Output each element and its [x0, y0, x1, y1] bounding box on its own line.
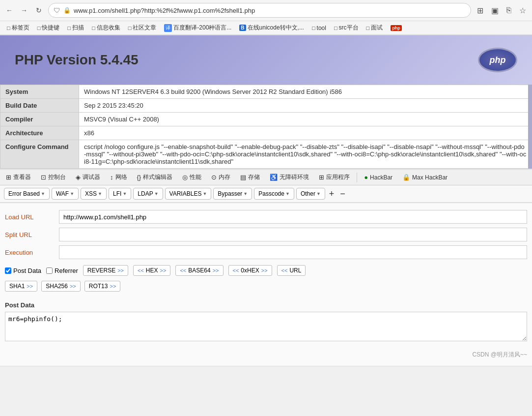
postdata-textarea[interactable]: mr6=phpinfo();: [5, 312, 527, 341]
devtools-performance-label: 性能: [190, 173, 201, 181]
chevron-down-icon-7: ▼: [285, 191, 290, 196]
screenshot-icon[interactable]: ▣: [489, 5, 501, 16]
devtools-performance[interactable]: ◎ 性能: [179, 172, 204, 183]
hb-dropdown-0[interactable]: Error Based ▼: [4, 188, 50, 200]
copy-icon[interactable]: ⎘: [504, 5, 513, 16]
bookmark-jiasu[interactable]: php: [388, 24, 405, 32]
devtools-viewer[interactable]: ⊞ 查看器: [3, 172, 34, 183]
bookmark-label: 社区文章: [133, 24, 156, 32]
hb-dropdown-1[interactable]: WAF ▼: [52, 188, 79, 200]
hb-dropdown-label-7: Passcode: [258, 190, 284, 197]
address-bar: 🛡 🔒: [48, 3, 471, 18]
url-encode-btn[interactable]: << URL: [277, 265, 306, 276]
load-url-input[interactable]: [59, 210, 527, 224]
refresh-button[interactable]: ↻: [33, 5, 44, 16]
hb-dropdown-4[interactable]: LDAP ▼: [133, 188, 163, 200]
devtools-memory-label: 内存: [219, 173, 230, 181]
hb-dropdown-6[interactable]: Bypasser ▼: [213, 188, 252, 200]
bookmark-icon-src: □: [334, 25, 337, 31]
extensions-icon[interactable]: ⊞: [475, 5, 485, 16]
base64-encode-btn[interactable]: << BASE64 >>: [175, 265, 223, 276]
hb-dropdown-3[interactable]: LFI ▼: [109, 188, 131, 200]
table-label: Build Date: [0, 99, 79, 113]
bookmark-saomiao[interactable]: □ 扫描: [64, 23, 87, 33]
sha1-btn[interactable]: SHA1 >>: [5, 281, 37, 292]
bookmark-label: 百度翻译-200种语言...: [173, 24, 231, 32]
bookmark-mianshi[interactable]: □ 面试: [364, 23, 386, 33]
bookmark-icon-biaoqianye: □: [7, 25, 10, 31]
sha256-btn[interactable]: SHA256 >>: [41, 281, 81, 292]
bookmark-kuaijiejian[interactable]: □ 快捷键: [34, 23, 63, 33]
hackbar-options: Post Data Referrer REVERSE >> << HEX >> …: [0, 261, 532, 280]
bookmark-icon-tool: □: [312, 25, 315, 31]
bookmark-unicode[interactable]: B 在线unicode转中文,...: [236, 23, 307, 33]
referrer-checkbox-label[interactable]: Referrer: [46, 267, 78, 274]
table-row: Architecture x86: [0, 126, 532, 140]
post-data-checkbox-label[interactable]: Post Data: [5, 267, 41, 274]
hb-dropdown-label-6: Bypasser: [218, 190, 242, 197]
hb-dropdown-5[interactable]: VARIABLES ▼: [165, 188, 212, 200]
php-logo: php: [478, 48, 517, 72]
bookmark-shequ[interactable]: □ 社区文章: [125, 23, 160, 33]
back-button[interactable]: ←: [4, 5, 15, 16]
bookmark-icon[interactable]: ☆: [517, 5, 528, 16]
reverse-encode-btn[interactable]: REVERSE >>: [83, 265, 128, 276]
scroll-indicator[interactable]: [528, 85, 532, 169]
add-button[interactable]: +: [327, 189, 336, 199]
bookmark-baidu[interactable]: 译 百度翻译-200种语言...: [161, 23, 234, 33]
hb-dropdown-label-2: XSS: [85, 190, 97, 197]
bookmark-label: 扫描: [72, 24, 84, 32]
watermark: CSDN @明月清风~~: [0, 349, 532, 361]
bookmark-icon-mianshi: □: [366, 25, 370, 31]
browser-chrome: ← → ↻ 🛡 🔒 ⊞ ▣ ⎘ ☆ □ 标签页 □ 快捷键 □ 扫描 □: [0, 0, 532, 35]
devtools-hackbar[interactable]: ● HackBar: [361, 172, 395, 182]
debugger-icon: ◈: [76, 174, 81, 181]
execution-input[interactable]: [59, 245, 527, 259]
devtools-memory[interactable]: ⊙ 内存: [208, 172, 233, 183]
0xhex-label: 0xHEX: [241, 267, 259, 274]
referrer-label: Referrer: [55, 267, 78, 274]
hb-dropdown-7[interactable]: Passcode ▼: [254, 188, 294, 200]
devtools-max-hackbar[interactable]: 🔒 Max HackBar: [399, 172, 450, 182]
referrer-checkbox[interactable]: [46, 267, 53, 274]
devtools-viewer-label: 查看器: [13, 173, 31, 181]
0xhex-encode-btn[interactable]: << 0xHEX >>: [228, 265, 272, 276]
table-row: Compiler MSVC9 (Visual C++ 2008): [0, 113, 532, 126]
bookmark-src[interactable]: □ src平台: [331, 23, 362, 33]
base64-label: BASE64: [188, 267, 210, 274]
post-data-checkbox[interactable]: [5, 267, 11, 274]
bookmark-biaoqianye[interactable]: □ 标签页: [4, 23, 32, 33]
hb-dropdown-label-4: LDAP: [138, 190, 153, 197]
devtools-console[interactable]: ⊡ 控制台: [38, 172, 69, 183]
devtools-accessibility[interactable]: ♿ 无障碍环境: [267, 172, 312, 183]
devtools-network[interactable]: ↕ 网络: [107, 172, 130, 183]
hb-dropdown-8[interactable]: Other ▼: [296, 188, 325, 200]
devtools-console-label: 控制台: [48, 173, 66, 181]
split-url-input[interactable]: [59, 228, 527, 241]
bookmark-icon-shequ: □: [128, 25, 132, 31]
hex-encode-btn[interactable]: << HEX >>: [133, 265, 170, 276]
bookmark-label: 在线unicode转中文,...: [248, 24, 304, 32]
hb-dropdown-2[interactable]: XSS ▼: [81, 188, 107, 200]
devtools-applications[interactable]: ⊞ 应用程序: [316, 172, 353, 183]
address-input[interactable]: [74, 7, 466, 14]
forward-button[interactable]: →: [19, 5, 29, 16]
postdata-section: Post Data mr6=phpinfo();: [0, 296, 532, 349]
devtools-debugger[interactable]: ◈ 调试器: [73, 172, 103, 183]
rot13-btn[interactable]: ROT13 >>: [84, 281, 121, 292]
performance-icon: ◎: [182, 174, 188, 181]
table-row: System Windows NT 12SERVER4 6.3 build 92…: [0, 85, 532, 99]
post-data-label: Post Data: [13, 267, 41, 274]
remove-button[interactable]: −: [338, 189, 347, 199]
hb-dropdown-label-1: WAF: [56, 190, 69, 197]
bookmark-tool[interactable]: □ tool: [309, 24, 329, 32]
devtools-style-editor[interactable]: {} 样式编辑器: [134, 172, 176, 183]
chevron-down-icon-1: ▼: [70, 191, 74, 196]
devtools-storage[interactable]: ▤ 存储: [237, 172, 263, 183]
hb-dropdown-label-8: Other: [301, 190, 315, 197]
bookmark-xinxishouji[interactable]: □ 信息收集: [89, 23, 123, 33]
load-url-row: Load URL: [0, 208, 532, 226]
table-value: x86: [79, 126, 532, 140]
devtools-hackbar-label: HackBar: [370, 174, 392, 181]
split-url-label: Split URL: [5, 231, 59, 238]
